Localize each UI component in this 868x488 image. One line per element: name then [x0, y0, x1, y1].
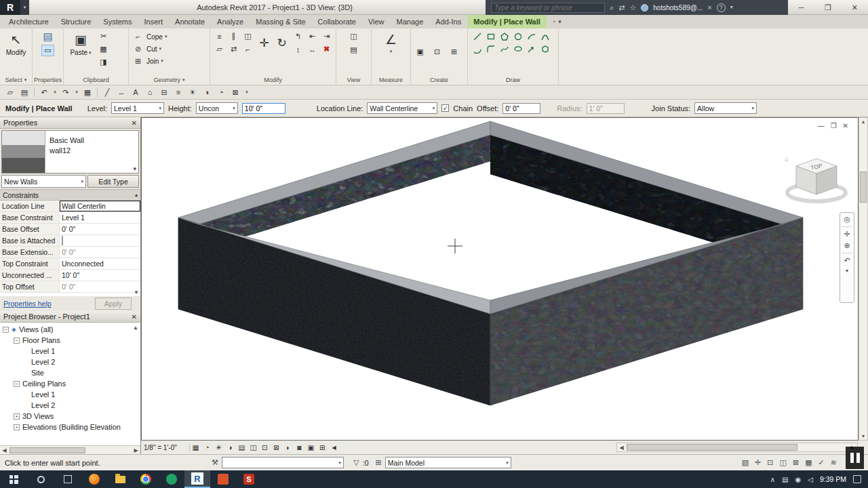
- tree-item-3d-views[interactable]: + 3D Views: [0, 411, 140, 422]
- sign-out-icon[interactable]: ×: [707, 0, 711, 15]
- pan-icon[interactable]: ✛: [844, 230, 850, 239]
- join-button[interactable]: ⊞ Join▾: [132, 55, 163, 67]
- scroll-right-icon[interactable]: ▶: [132, 447, 140, 453]
- drag-on-selection-icon[interactable]: ✓: [818, 458, 825, 467]
- default-3d-view-icon[interactable]: ⌂: [143, 87, 157, 98]
- element-filter-select[interactable]: New Walls▾: [1, 175, 86, 188]
- wall-near-left-face[interactable]: [178, 218, 490, 405]
- scrollbar-thumb[interactable]: [9, 447, 85, 453]
- tab-collaborate[interactable]: Collaborate: [312, 15, 362, 28]
- tree-item-ceiling-level-2[interactable]: Level 2: [0, 400, 140, 411]
- lock-3d-view-icon[interactable]: ⊠: [271, 442, 282, 453]
- spline-tool-icon[interactable]: [498, 43, 511, 54]
- constraints-section-header[interactable]: Constraints ▴: [0, 190, 140, 201]
- measure-qat-icon[interactable]: ╱: [100, 87, 114, 98]
- type-selector[interactable]: Basic Wall wall12 ▾: [1, 130, 139, 174]
- taskbar-app-firefox[interactable]: [81, 470, 107, 488]
- circle-tool-icon[interactable]: [511, 30, 524, 42]
- reveal-hidden-icon[interactable]: ◙: [294, 442, 305, 453]
- show-constraints-icon[interactable]: ⊞: [317, 442, 328, 453]
- help-chevron-icon[interactable]: ▾: [730, 0, 733, 15]
- properties-header[interactable]: Properties ✕: [0, 117, 140, 129]
- ellipse-tool-icon[interactable]: [511, 43, 524, 54]
- view-close-icon[interactable]: ✕: [843, 122, 848, 129]
- view-minimize-icon[interactable]: —: [818, 122, 825, 129]
- type-selector-chevron-icon[interactable]: ▾: [133, 165, 136, 172]
- subscription-icon[interactable]: ☆: [629, 0, 636, 15]
- wall-type-icon[interactable]: ▭: [41, 45, 54, 56]
- tab-insert[interactable]: Insert: [138, 15, 170, 28]
- scale-icon[interactable]: ⌐: [241, 43, 254, 55]
- edit-type-button[interactable]: Edit Type: [87, 175, 139, 188]
- tray-app-icon[interactable]: ▤: [782, 476, 788, 483]
- viewcube[interactable]: ⌂ TOP: [785, 155, 846, 201]
- taskbar-app-s[interactable]: S: [236, 470, 262, 488]
- tangent-arc-tool-icon[interactable]: [471, 43, 484, 54]
- temporary-view-properties-icon[interactable]: ▣: [305, 442, 317, 453]
- taskbar-app-orange[interactable]: [210, 470, 236, 488]
- property-value[interactable]: Level 1: [60, 212, 140, 223]
- text-icon[interactable]: A: [129, 87, 142, 98]
- tab-massing-site[interactable]: Massing & Site: [250, 15, 311, 28]
- browser-horizontal-scrollbar[interactable]: ◀ ▶: [0, 445, 140, 454]
- cortana-search-button[interactable]: [27, 470, 54, 488]
- align-icon[interactable]: ≡: [213, 30, 226, 42]
- save-icon[interactable]: ▤: [18, 87, 31, 98]
- taskbar-app-revit[interactable]: R: [184, 470, 210, 488]
- rectangle-tool-icon[interactable]: [484, 30, 497, 42]
- property-value[interactable]: Wall Centerlin: [60, 201, 140, 211]
- expander-expand-icon[interactable]: +: [14, 424, 20, 430]
- override-graphics-icon[interactable]: ▤: [347, 44, 360, 56]
- select-underlay-icon[interactable]: ◫: [780, 458, 787, 467]
- taskbar-app-green[interactable]: [159, 470, 184, 488]
- detail-level-icon[interactable]: ▦: [190, 442, 201, 453]
- location-line-select[interactable]: Wall Centerline▾: [367, 102, 437, 114]
- render-dialog-icon[interactable]: ▤: [236, 442, 248, 453]
- property-value[interactable]: 0' 0": [60, 224, 140, 235]
- expander-collapse-icon[interactable]: −: [14, 381, 20, 387]
- cope-button[interactable]: ⌐ Cope▾: [132, 30, 167, 43]
- measure-button[interactable]: ∠ ▾: [377, 30, 406, 54]
- property-value[interactable]: Unconnected: [60, 258, 140, 269]
- undo-chevron-icon[interactable]: ▾: [52, 87, 58, 98]
- design-options-icon[interactable]: ⊞: [376, 458, 382, 467]
- tab-modify-place-wall[interactable]: Modify | Place Wall: [467, 15, 547, 28]
- undo-icon[interactable]: ↶: [37, 87, 51, 98]
- zoom-icon[interactable]: ⊕: [844, 241, 850, 250]
- property-value[interactable]: [60, 235, 140, 246]
- taskbar-app-explorer[interactable]: [107, 470, 133, 488]
- expander-collapse-icon[interactable]: −: [3, 327, 9, 333]
- property-value[interactable]: 10' 0": [60, 270, 140, 281]
- maximize-button[interactable]: ❐: [814, 0, 841, 15]
- panel-caption-select[interactable]: Select▾: [0, 75, 32, 85]
- trim-corner-icon[interactable]: ↰: [292, 30, 304, 42]
- select-pinned-icon[interactable]: ⊠: [793, 458, 799, 467]
- clock[interactable]: 9:39 PM: [820, 475, 846, 483]
- panel-caption-geometry[interactable]: Geometry▾: [129, 75, 210, 85]
- scrollbar-thumb[interactable]: [627, 444, 797, 451]
- sun-path-icon[interactable]: ☀: [213, 442, 224, 453]
- tree-item-ceiling-level-1[interactable]: Level 1: [0, 389, 140, 400]
- cut-geometry-button[interactable]: ⊘ Cut▾: [132, 43, 161, 55]
- array-icon[interactable]: ⇄: [227, 43, 240, 55]
- split-icon[interactable]: ▱: [213, 43, 226, 55]
- worksets-select[interactable]: ▾: [222, 457, 344, 468]
- select-by-face-icon[interactable]: ▦: [805, 458, 812, 467]
- aligned-dimension-icon[interactable]: ↔: [115, 87, 128, 98]
- crop-view-icon[interactable]: ◫: [248, 442, 259, 453]
- height-value-input[interactable]: [242, 103, 285, 114]
- chain-checkbox[interactable]: ✓: [441, 104, 449, 112]
- rewind-icon[interactable]: ↶: [844, 256, 850, 265]
- trim-multiple-icon[interactable]: ⇥: [320, 30, 333, 42]
- delete-icon[interactable]: ✖: [320, 43, 333, 55]
- ribbon-display-toggle[interactable]: ◔ ▾: [552, 15, 561, 28]
- render-icon[interactable]: ◔: [214, 87, 228, 98]
- offset-input[interactable]: [502, 103, 540, 114]
- pick-faces-tool-icon[interactable]: [538, 43, 551, 54]
- tab-systems[interactable]: Systems: [97, 15, 138, 28]
- expander-collapse-icon[interactable]: −: [14, 338, 20, 344]
- tree-item-ceiling-plans[interactable]: − Ceiling Plans: [0, 378, 140, 389]
- close-hidden-windows-icon[interactable]: ⊠: [229, 87, 242, 98]
- horizontal-scrollbar[interactable]: ◀ ▶: [616, 443, 858, 452]
- exclude-options-icon[interactable]: ▧: [742, 458, 749, 467]
